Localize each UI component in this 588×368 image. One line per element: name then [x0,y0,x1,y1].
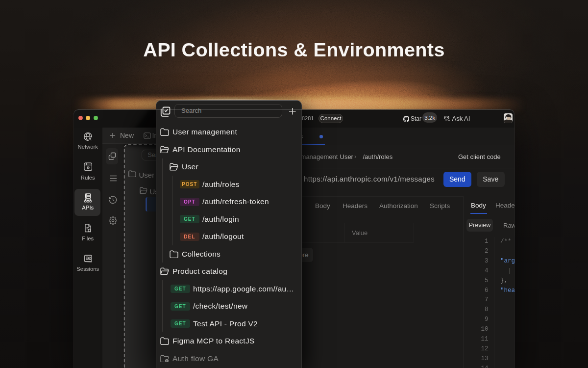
svg-text:A: A [88,136,92,141]
